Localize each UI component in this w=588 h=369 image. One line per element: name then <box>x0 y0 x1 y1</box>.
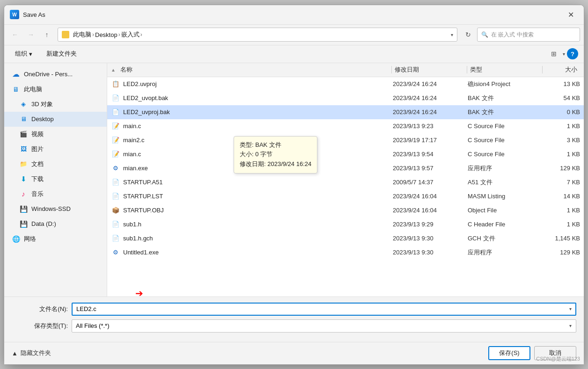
toolbar-right: ⊞ ▾ ? <box>547 47 578 60</box>
file-date: 2023/9/19 17:17 <box>393 137 468 144</box>
file-tooltip: 类型: BAK 文件 大小: 0 字节 修改日期: 2023/9/24 16:2… <box>234 136 317 174</box>
table-row[interactable]: 📄 STARTUP.LST 2023/9/24 16:04 MASM Listi… <box>107 189 584 203</box>
table-row[interactable]: 📄 sub1.h 2023/9/13 9:29 C Header File 1 … <box>107 217 584 232</box>
hidden-folders-label: 隐藏文件夹 <box>21 349 51 357</box>
file-name: STARTUP.A51 <box>123 179 393 186</box>
sidebar-item-3d[interactable]: ◈ 3D 对象 <box>4 97 107 112</box>
breadcrumb: 此电脑 › Desktop › 嵌入式 › ▾ <box>58 28 457 42</box>
table-row[interactable]: 📄 sub1.h.gch 2023/9/13 9:30 GCH 文件 1,145… <box>107 232 584 246</box>
drive-icon-windows: 💾 <box>19 205 28 213</box>
file-type: 应用程序 <box>468 164 543 173</box>
table-row[interactable]: 📄 LED2_uvopt.bak 2023/9/24 16:24 BAK 文件 … <box>107 91 584 105</box>
new-folder-button[interactable]: 新建文件夹 <box>41 47 82 60</box>
hidden-folders-button[interactable]: ▲ 隐藏文件夹 <box>12 349 51 357</box>
file-icon: ⚙ <box>111 164 120 173</box>
file-size: 1 KB <box>543 207 580 214</box>
filetype-row: 保存类型(T): All Files (*.*) ▾ <box>12 319 576 333</box>
up-button[interactable]: ↑ <box>40 28 54 42</box>
help-button[interactable]: ? <box>567 48 578 59</box>
save-button[interactable]: 保存(S) <box>488 346 530 360</box>
header-date[interactable]: 修改日期 <box>392 65 467 74</box>
sidebar-item-data-d[interactable]: 💾 Data (D:) <box>4 217 107 232</box>
table-row[interactable]: 📄 STARTUP.A51 2009/5/7 14:37 A51 文件 7 KB <box>107 175 584 189</box>
file-icon: 📄 <box>111 234 120 243</box>
organize-dropdown-icon: ▾ <box>29 51 32 58</box>
sidebar-item-windows-ssd[interactable]: 💾 Windows-SSD <box>4 202 107 217</box>
header-size[interactable]: 大小 <box>543 65 580 74</box>
table-row[interactable]: 📄 LED2_uvproj.bak 2023/9/24 16:24 BAK 文件… <box>107 105 584 119</box>
search-box[interactable]: 🔍 在 嵌入式 中搜索 <box>477 28 580 42</box>
bottom-bar: ▲ 隐藏文件夹 保存(S) 取消 <box>4 342 584 364</box>
file-name: LED2_uvproj.bak <box>123 109 393 116</box>
file-type: C Source File <box>468 137 543 144</box>
file-icon: 📄 <box>111 108 120 117</box>
file-icon: 📝 <box>111 136 120 145</box>
file-date: 2023/9/13 9:30 <box>393 249 468 256</box>
pc-icon: 🖥 <box>12 85 20 94</box>
breadcrumb-pc[interactable]: 此电脑 <box>73 30 91 39</box>
table-row[interactable]: 📦 STARTUP.OBJ 2023/9/24 16:04 Object Fil… <box>107 203 584 217</box>
file-size: 13 KB <box>543 80 580 87</box>
picture-icon: 🖼 <box>19 145 28 153</box>
organize-button[interactable]: 组织 ▾ <box>10 47 37 60</box>
sidebar-item-network[interactable]: 🌐 网络 <box>4 232 107 246</box>
sidebar-item-downloads[interactable]: ⬇ 下载 <box>4 172 107 187</box>
sidebar-label-documents: 文档 <box>31 160 44 168</box>
back-button[interactable]: ← <box>8 28 22 42</box>
sidebar-item-pictures[interactable]: 🖼 图片 <box>4 142 107 157</box>
filename-input[interactable] <box>72 303 576 316</box>
sidebar-item-videos[interactable]: 🎬 视频 <box>4 127 107 142</box>
refresh-button[interactable]: ↻ <box>461 28 475 42</box>
sidebar-item-music[interactable]: ♪ 音乐 <box>4 187 107 202</box>
file-date: 2023/9/24 16:24 <box>393 80 468 87</box>
view-button[interactable]: ⊞ <box>547 47 561 60</box>
header-type[interactable]: 类型 <box>467 65 542 74</box>
download-icon: ⬇ <box>19 175 28 183</box>
header-name[interactable]: 名称 <box>118 65 391 74</box>
file-name: LED2.uvproj <box>123 80 393 87</box>
file-date: 2023/9/13 9:54 <box>393 151 468 158</box>
table-row[interactable]: 📝 main2.c 2023/9/19 17:17 C Source File … <box>107 133 584 147</box>
filename-label: 文件名(N): <box>12 305 68 313</box>
sort-arrow: ▲ <box>111 67 116 72</box>
file-date: 2023/9/24 16:24 <box>393 109 468 116</box>
filename-dropdown-button[interactable]: ▾ <box>564 303 576 316</box>
breadcrumb-embedded[interactable]: 嵌入式 <box>121 30 140 39</box>
collapse-arrow-icon: ▲ <box>12 350 18 357</box>
table-row[interactable]: ⚙ mian.exe 2023/9/13 9:57 应用程序 129 KB <box>107 161 584 175</box>
sidebar-label-3d: 3D 对象 <box>31 100 53 109</box>
filetype-select[interactable]: All Files (*.*) <box>72 319 576 333</box>
view-dropdown[interactable]: ▾ <box>563 51 565 57</box>
sidebar-item-desktop[interactable]: 🖥 Desktop <box>4 112 107 127</box>
tooltip-size: 大小: 0 字节 <box>240 150 311 159</box>
sidebar-item-documents[interactable]: 📁 文档 <box>4 157 107 172</box>
sidebar-item-pc[interactable]: 🖥 此电脑 <box>4 82 107 97</box>
breadcrumb-dropdown[interactable]: ▾ <box>451 32 453 37</box>
forward-button[interactable]: → <box>24 28 38 42</box>
close-button[interactable]: ✕ <box>563 7 578 22</box>
file-icon: 📦 <box>111 206 120 215</box>
table-row[interactable]: 📝 mian.c 2023/9/13 9:54 C Source File 1 … <box>107 147 584 161</box>
dialog-title: Save As <box>23 11 563 18</box>
breadcrumb-items: 此电脑 › Desktop › 嵌入式 › <box>73 30 449 39</box>
table-row[interactable]: ⚙ Untitled1.exe 2023/9/13 9:30 应用程序 129 … <box>107 246 584 260</box>
file-size: 129 KB <box>543 249 580 256</box>
sidebar-label-videos: 视频 <box>31 130 44 138</box>
sidebar-item-onedrive[interactable]: ☁ OneDrive - Pers... <box>4 67 107 82</box>
file-type: GCH 文件 <box>468 234 543 243</box>
file-type: C Source File <box>468 123 543 130</box>
breadcrumb-desktop[interactable]: Desktop <box>95 31 118 38</box>
file-date: 2023/9/13 9:23 <box>393 123 468 130</box>
table-row[interactable]: 📋 LED2.uvproj 2023/9/24 16:24 礁ision4 Pr… <box>107 77 584 91</box>
file-name: STARTUP.LST <box>123 193 393 200</box>
table-row[interactable]: 📝 main.c 2023/9/13 9:23 C Source File 1 … <box>107 119 584 133</box>
drive-icon-data: 💾 <box>19 220 28 228</box>
title-bar: W Save As ✕ <box>4 5 584 25</box>
cube-icon: ◈ <box>19 100 28 109</box>
file-icon: 📄 <box>111 192 120 201</box>
file-area: ▲ 名称 修改日期 类型 大小 📋 <box>107 63 584 297</box>
file-date: 2023/9/13 9:30 <box>393 235 468 242</box>
file-size: 1 KB <box>543 221 580 228</box>
sidebar-label-pc: 此电脑 <box>24 85 42 94</box>
file-type: BAK 文件 <box>468 94 543 102</box>
